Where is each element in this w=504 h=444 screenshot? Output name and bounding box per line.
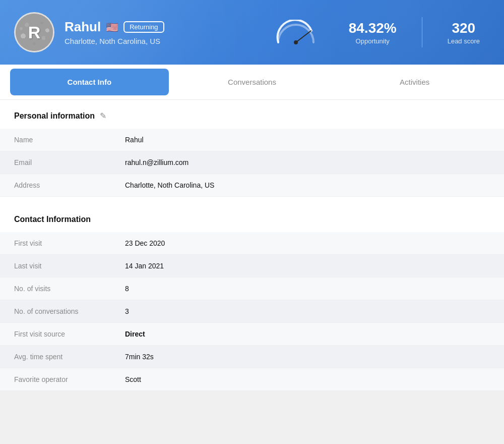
field-value-favorite-operator: Scott [125, 375, 141, 383]
contact-location: Charlotte, Noth Carolina, US [65, 37, 253, 45]
lead-score-stat: 320 Lead score [437, 20, 490, 45]
avatar: R [14, 12, 54, 52]
field-label-email: Email [14, 158, 125, 166]
field-label-first-visit-source: First visit source [14, 330, 125, 338]
contact-name: Rahul [65, 19, 101, 35]
field-value-name: Rahul [125, 136, 144, 144]
header-info: Rahul 🇺🇸 Returning Charlotte, Noth Carol… [65, 19, 253, 45]
avatar-letter: R [28, 23, 41, 42]
field-value-first-visit-source: Direct [125, 330, 145, 338]
table-row: Last visit 14 Jan 2021 [0, 255, 504, 278]
contact-info-table: First visit 23 Dec 2020 Last visit 14 Ja… [0, 232, 504, 391]
opportunity-label: Opportunity [356, 37, 390, 45]
table-row: No. of conversations 3 [0, 300, 504, 323]
tab-activities[interactable]: Activities [335, 69, 494, 95]
field-value-num-visits: 8 [125, 285, 129, 293]
field-label-last-visit: Last visit [14, 262, 125, 270]
stats-divider [422, 17, 422, 47]
gauge-chart [273, 20, 319, 45]
header: R Rahul 🇺🇸 Returning Charlotte, Noth Car… [0, 0, 504, 65]
field-label-first-visit: First visit [14, 239, 125, 247]
tab-conversations[interactable]: Conversations [173, 69, 332, 95]
header-name-row: Rahul 🇺🇸 Returning [65, 19, 253, 35]
field-label-address: Address [14, 181, 125, 189]
field-label-num-visits: No. of visits [14, 285, 125, 293]
table-row: First visit source Direct [0, 323, 504, 346]
tab-contact-info[interactable]: Contact Info [10, 69, 169, 95]
table-row: First visit 23 Dec 2020 [0, 232, 504, 255]
field-label-avg-time: Avg. time spent [14, 353, 125, 361]
opportunity-value: 84.32% [349, 20, 397, 36]
opportunity-stat: 84.32% Opportunity [339, 20, 407, 45]
contact-info-title: Contact Information [14, 215, 91, 224]
content-area: Personal information ✎ Name Rahul Email … [0, 100, 504, 391]
field-label-name: Name [14, 136, 125, 144]
svg-line-0 [296, 31, 311, 42]
contact-info-section-header: Contact Information [0, 205, 504, 232]
gauge-container [263, 20, 329, 45]
table-row: Name Rahul [0, 129, 504, 151]
personal-info-title: Personal information [14, 112, 95, 121]
table-row: Email rahul.n@zillium.com [0, 151, 504, 174]
personal-info-table: Name Rahul Email rahul.n@zillium.com Add… [0, 129, 504, 197]
flag-icon: 🇺🇸 [106, 21, 118, 33]
field-value-avg-time: 7min 32s [125, 353, 154, 361]
table-row: Address Charlotte, Noth Carolina, US [0, 174, 504, 197]
edit-personal-info-icon[interactable]: ✎ [100, 111, 106, 121]
lead-score-label: Lead score [448, 37, 480, 45]
returning-badge: Returning [123, 21, 164, 33]
table-row: Avg. time spent 7min 32s [0, 346, 504, 368]
lead-score-value: 320 [452, 20, 475, 36]
field-value-first-visit: 23 Dec 2020 [125, 239, 165, 247]
personal-info-section-header: Personal information ✎ [0, 100, 504, 129]
svg-point-1 [294, 40, 298, 44]
field-value-last-visit: 14 Jan 2021 [125, 262, 164, 270]
section-divider [0, 197, 504, 205]
field-label-favorite-operator: Favorite operator [14, 375, 125, 383]
table-row: No. of visits 8 [0, 278, 504, 300]
field-label-num-conversations: No. of conversations [14, 307, 125, 315]
field-value-num-conversations: 3 [125, 307, 129, 315]
tabs-container: Contact Info Conversations Activities [0, 65, 504, 100]
field-value-email: rahul.n@zillium.com [125, 158, 188, 166]
table-row: Favorite operator Scott [0, 368, 504, 391]
field-value-address: Charlotte, Noth Carolina, US [125, 181, 214, 189]
